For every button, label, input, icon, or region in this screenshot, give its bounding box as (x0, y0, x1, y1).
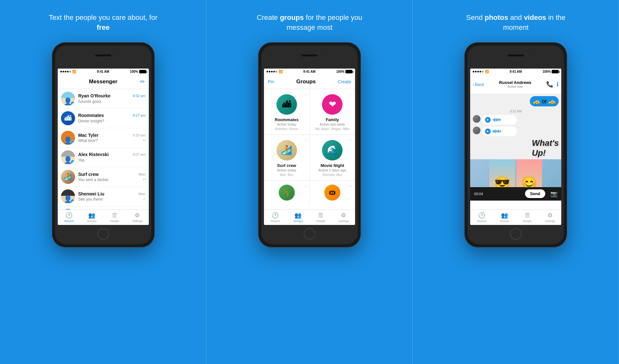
phone-call-icon[interactable]: 📞 (546, 81, 553, 88)
group-cell-movienight[interactable]: ··· 🌊 Movie Night Active 2 days ago Shen… (310, 135, 355, 180)
chat-header-center: Russel Andrews Active now (486, 80, 545, 88)
battery-area-2: 100% (336, 70, 352, 73)
group-name: Roommates (275, 117, 299, 122)
send-button[interactable]: Send (525, 189, 546, 198)
camera-icon[interactable]: 📷 (550, 190, 557, 197)
contact-msg: What time? (78, 138, 98, 143)
contact-info: Shenwei Liu Mon See you there! ✓ (78, 191, 146, 202)
list-item[interactable]: 🏙 Roommates 9:27 am Dinner tonight? (58, 109, 149, 128)
phone-home-button-2[interactable] (304, 228, 315, 240)
more-icon[interactable]: ··· (349, 137, 352, 143)
contact-name: Roommates (78, 113, 104, 118)
groups-icon: 👥 (88, 212, 95, 219)
avatar: 👤 (61, 131, 75, 145)
audio-bubble[interactable]: ▶ (482, 115, 517, 125)
status-time-1: 9:41 AM (97, 70, 109, 73)
tab-people-3[interactable]: ☰ People (516, 212, 538, 223)
more-icon[interactable]: ··· (349, 183, 352, 188)
tab-label-3: Groups (500, 219, 509, 223)
list-item[interactable]: 👤 Alex Ristevski 8:07 am Yep (58, 148, 149, 167)
tab-groups[interactable]: 👥 Groups (81, 212, 103, 223)
panel2-title: Create groups for the people you message… (249, 13, 370, 33)
audio-bubble-2[interactable]: ▶ (482, 127, 517, 136)
group-cell-family[interactable]: ··· ❤ Family Active last week Alli, Adam… (310, 89, 355, 135)
tab-settings-2[interactable]: ⚙ Settings (332, 212, 355, 223)
check-icon: ✓ (143, 197, 146, 201)
more-icon[interactable]: ··· (349, 92, 352, 97)
back-button[interactable]: ‹ Back (473, 82, 484, 87)
contact-time: 9:27 am (133, 113, 146, 117)
contact-msg: Dinner tonight? (78, 119, 104, 123)
group-cell-bottom1[interactable]: ··· 🌴 (264, 181, 310, 206)
tab-recent[interactable]: 🕐 Recent (58, 212, 81, 223)
groups-header: Pin Groups Create (264, 75, 355, 89)
tab-people[interactable]: ☰ People (103, 212, 126, 223)
chat-header: ‹ Back Russel Andrews Active now 📞 ℹ (470, 75, 561, 94)
group-members: Shenwei, Alex (322, 173, 343, 177)
recent-icon-2: 🕐 (272, 212, 279, 219)
list-item[interactable]: 👤 Mac Tyler 9:10 am (58, 128, 149, 148)
pin-button[interactable]: Pin (268, 79, 274, 84)
tab-settings-3[interactable]: ⚙ Settings (538, 212, 561, 223)
chat-time: 8:32 AM (470, 110, 561, 113)
avatar: 🏄 (61, 170, 75, 184)
tab-groups-3[interactable]: 👥 Groups (493, 212, 516, 223)
contact-msg: Yep (78, 158, 85, 162)
emoji-row: 🚕 or 🚕 (470, 94, 561, 107)
tab-settings[interactable]: ⚙ Settings (126, 212, 149, 223)
avatar: 👤 (61, 150, 75, 164)
tab-groups-2[interactable]: 👥 Groups (287, 212, 310, 223)
more-icon[interactable]: ··· (303, 92, 307, 97)
contact-msg: Sounds good. (78, 99, 102, 104)
status-bar-1: 📶 9:41 AM 100% (58, 69, 149, 75)
info-icon[interactable]: ℹ (556, 81, 559, 88)
whatsup-sticker: What'sUp! (532, 138, 559, 158)
contact-name: Mac Tyler (78, 133, 99, 138)
tab-label: Settings (132, 219, 143, 223)
tab-label-3: Recent (477, 219, 487, 223)
group-cell-roommates[interactable]: ··· 🏙 Roommates Active today Brandon, Si… (264, 89, 310, 135)
contact-name: Shenwei Liu (78, 191, 105, 196)
taxi-bubble: 🚕 or 🚕 (530, 96, 559, 106)
groups-grid: ··· 🏙 Roommates Active today Brandon, Si… (264, 89, 355, 180)
compose-icon[interactable]: ✏ (140, 78, 145, 85)
group-avatar-family: ❤ (322, 94, 343, 115)
avatar: 👤 (61, 92, 75, 106)
list-item[interactable]: 👤 Ryan O'Rourke 9:32 am Sounds (58, 89, 149, 109)
tab-people-2[interactable]: ☰ People (310, 212, 332, 223)
create-button[interactable]: Create (338, 79, 351, 84)
tab-recent-3[interactable]: 🕐 Recent (470, 212, 493, 223)
phone-home-button[interactable] (98, 228, 109, 240)
more-icon[interactable]: ··· (303, 183, 307, 188)
waveform-2 (493, 129, 501, 134)
phone-3: 📶 9:41 AM 100% ‹ Back (464, 42, 567, 247)
tab-label: Groups (87, 219, 97, 223)
group-cell-surfcrew[interactable]: ··· 🏄 Surf crew Active today Mac, Ben (264, 135, 310, 180)
recent-icon: 🕐 (65, 212, 72, 219)
play-button[interactable]: ▶ (485, 117, 491, 123)
messenger-badge (71, 140, 75, 145)
tab-label-2: Settings (338, 219, 349, 223)
recent-icon-3: 🕐 (478, 212, 485, 219)
list-item[interactable]: 👤 Shenwei Liu Mon (58, 187, 149, 206)
phone-home-button-3[interactable] (510, 228, 521, 240)
phone-camera-3 (528, 53, 530, 56)
battery-area-3: 100% (543, 70, 559, 73)
group-cell-bottom2[interactable]: ··· 🎟 (310, 181, 355, 206)
play-button-2[interactable]: ▶ (485, 128, 491, 134)
status-time-3: 9:41 AM (510, 70, 522, 73)
more-icon[interactable]: ··· (303, 137, 307, 143)
avatar: 👤 (61, 189, 75, 203)
tab-recent-2[interactable]: 🕐 Recent (264, 212, 287, 223)
contact-time: 9:10 am (133, 133, 146, 137)
selfie-people: 😎 😊 (487, 159, 545, 187)
chat-row: ▶ (470, 114, 561, 125)
group-name: Movie Night (320, 163, 344, 168)
selfie-person2: 😊 (516, 159, 542, 187)
tab-label-3: People (523, 219, 532, 223)
list-item[interactable]: 🏄 Surf crew Mon You sent a sticker. ↩ (58, 167, 149, 187)
phone-camera-2 (322, 53, 324, 56)
contact-msg: See you there! (78, 197, 103, 202)
selfie-person1: 😎 (489, 159, 515, 187)
messenger-header: Messenger ✏ (58, 75, 149, 89)
